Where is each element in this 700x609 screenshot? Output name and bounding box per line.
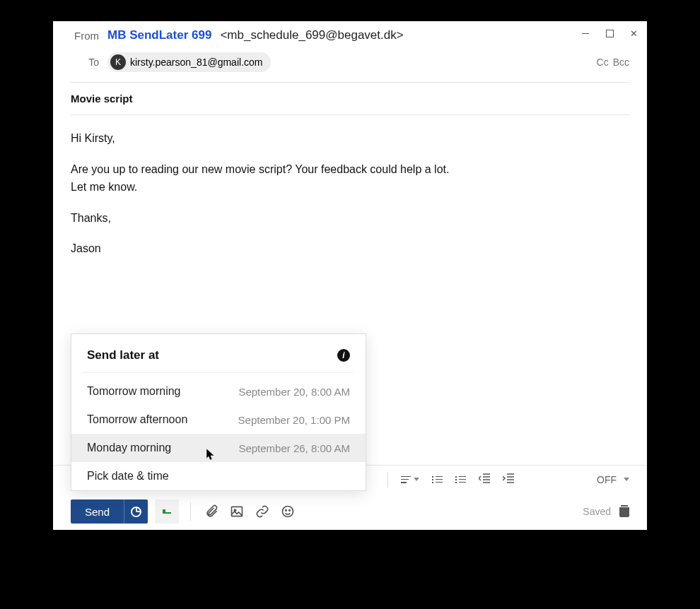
indent-button[interactable] (503, 473, 514, 485)
outdent-icon (479, 473, 490, 483)
insert-image-button[interactable] (228, 502, 246, 521)
schedule-option-tomorrow-morning[interactable]: Tomorrow morning September 20, 8:00 AM (71, 377, 366, 406)
indent-icon (503, 473, 514, 483)
svg-point-4 (289, 510, 291, 512)
bcc-button[interactable]: Bcc (613, 57, 629, 68)
option-time: September 20, 1:00 PM (238, 414, 350, 426)
to-row: To K kirsty.pearson_81@gmail.com Cc Bcc (71, 52, 629, 72)
align-button[interactable] (401, 476, 419, 483)
chevron-down-icon (414, 478, 419, 481)
paperclip-icon (204, 504, 218, 519)
schedule-option-tomorrow-afternoon[interactable]: Tomorrow afternoon September 20, 1:00 PM (71, 406, 366, 434)
from-row: From MB SendLater 699 <mb_schedule_699@b… (71, 28, 629, 42)
image-icon (230, 504, 244, 519)
double-check-icon (163, 509, 171, 514)
cursor-icon (206, 448, 216, 462)
option-label: Tomorrow morning (87, 385, 180, 398)
chevron-down-icon[interactable] (624, 478, 629, 481)
svg-point-2 (283, 507, 293, 517)
clock-icon (131, 507, 141, 517)
body-thanks: Thanks, (71, 209, 629, 227)
action-bar: Send Saved (53, 493, 647, 530)
to-label: To (71, 57, 99, 68)
subject-field[interactable]: Movie script (53, 83, 647, 114)
attach-button[interactable] (202, 502, 221, 521)
body-greeting: Hi Kirsty, (71, 129, 629, 148)
option-label: Tomorrow afternoon (87, 413, 187, 426)
outdent-button[interactable] (479, 473, 490, 485)
maximize-icon[interactable] (605, 28, 614, 38)
minimize-icon[interactable] (581, 28, 590, 38)
numbered-list-button[interactable] (432, 476, 443, 483)
discard-button[interactable] (619, 506, 629, 517)
info-icon[interactable]: i (337, 349, 350, 362)
saved-status: Saved (583, 506, 611, 517)
body-paragraph: Are you up to reading our new movie scri… (71, 160, 629, 196)
option-label: Monday morning (87, 442, 171, 454)
send-label: Send (71, 506, 124, 518)
emoji-button[interactable] (279, 502, 297, 521)
tracking-toggle-label[interactable]: OFF (597, 474, 617, 485)
window-controls (581, 28, 638, 38)
track-button[interactable] (155, 499, 179, 524)
from-name[interactable]: MB SendLater 699 (107, 28, 211, 42)
option-label: Pick date & time (87, 470, 169, 483)
from-label: From (71, 30, 99, 42)
send-later-dropdown[interactable] (124, 499, 148, 524)
numbered-list-icon (432, 476, 443, 483)
smile-icon (281, 504, 295, 519)
bullet-list-button[interactable] (455, 476, 466, 483)
body-signature: Jason (71, 240, 629, 258)
align-left-icon (401, 476, 411, 483)
close-icon[interactable] (629, 28, 638, 38)
send-later-popup: Send later at i Tomorrow morning Septemb… (71, 333, 366, 491)
compose-window: From MB SendLater 699 <mb_schedule_699@b… (53, 21, 647, 530)
link-icon (255, 504, 269, 519)
bullet-list-icon (455, 476, 466, 483)
cc-button[interactable]: Cc (597, 57, 609, 68)
svg-point-3 (286, 510, 287, 512)
recipient-email: kirsty.pearson_81@gmail.com (130, 57, 262, 68)
popup-title: Send later at (87, 348, 159, 362)
schedule-option-pick-date[interactable]: Pick date & time (71, 462, 366, 490)
avatar: K (110, 54, 126, 70)
recipient-chip[interactable]: K kirsty.pearson_81@gmail.com (107, 52, 271, 72)
option-time: September 26, 8:00 AM (238, 442, 350, 454)
option-time: September 20, 8:00 AM (238, 386, 350, 398)
from-address: <mb_schedule_699@begavet.dk> (220, 28, 403, 42)
send-button[interactable]: Send (71, 499, 148, 524)
insert-link-button[interactable] (253, 502, 272, 521)
schedule-option-monday-morning[interactable]: Monday morning September 26, 8:00 AM (71, 434, 366, 462)
